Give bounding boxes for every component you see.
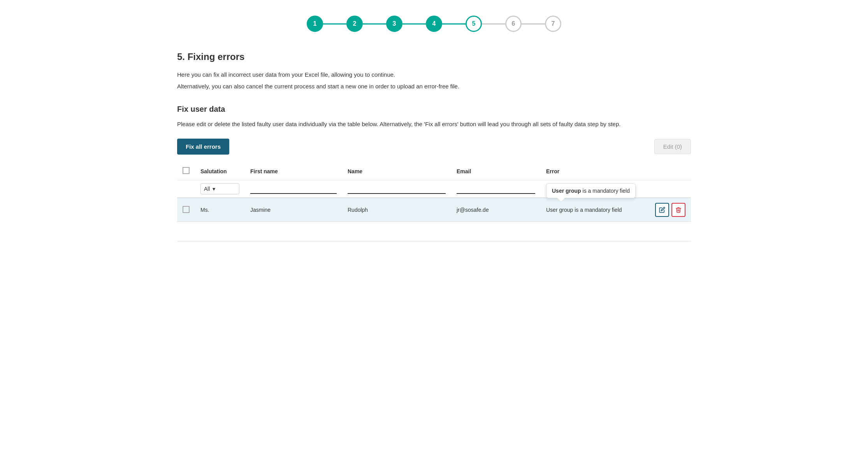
step-1: 1 bbox=[307, 16, 323, 32]
salutation-filter-cell: All ▾ bbox=[195, 180, 245, 198]
step-3: 3 bbox=[386, 16, 402, 32]
description-2: Alternatively, you can also cancel the c… bbox=[177, 82, 691, 91]
salutation-filter-select[interactable]: All ▾ bbox=[200, 183, 239, 194]
tooltip-bold-text: User group bbox=[552, 188, 581, 194]
email-header: Email bbox=[451, 162, 541, 180]
stepper: 1 2 3 4 5 6 7 bbox=[177, 12, 691, 32]
data-table: Salutation First name Name Email Error A… bbox=[177, 162, 691, 241]
edit-row-button[interactable] bbox=[655, 203, 669, 217]
firstname-header: First name bbox=[245, 162, 342, 180]
section-title: Fix user data bbox=[177, 105, 691, 114]
error-filter-cell: User group is a mandatory field bbox=[541, 180, 650, 198]
filter-row: All ▾ User group is a m bbox=[177, 180, 691, 198]
fix-all-errors-button[interactable]: Fix all errors bbox=[177, 139, 229, 155]
email-filter-input[interactable] bbox=[457, 184, 535, 194]
step-line-4-5 bbox=[442, 23, 466, 25]
row-checkbox[interactable] bbox=[183, 206, 190, 213]
row-firstname: Jasmine bbox=[245, 198, 342, 222]
salutation-header: Salutation bbox=[195, 162, 245, 180]
empty-cell bbox=[177, 222, 691, 241]
step-line-5-6 bbox=[482, 23, 505, 25]
page-title: 5. Fixing errors bbox=[177, 51, 691, 62]
select-all-header bbox=[177, 162, 195, 180]
row-name: Rudolph bbox=[342, 198, 451, 222]
trash-icon bbox=[675, 207, 682, 213]
step-7: 7 bbox=[545, 16, 561, 32]
email-filter-cell bbox=[451, 180, 541, 198]
name-header: Name bbox=[342, 162, 451, 180]
name-filter-input[interactable] bbox=[348, 184, 446, 194]
step-line-2-3 bbox=[363, 23, 386, 25]
row-salutation: Ms. bbox=[195, 198, 245, 222]
select-all-checkbox[interactable] bbox=[183, 167, 190, 174]
buttons-row: Fix all errors Edit (0) bbox=[177, 139, 691, 155]
salutation-filter-value: All bbox=[204, 186, 210, 192]
edit-button[interactable]: Edit (0) bbox=[654, 139, 691, 154]
error-header: Error bbox=[541, 162, 650, 180]
name-filter-cell bbox=[342, 180, 451, 198]
dropdown-icon: ▾ bbox=[213, 186, 215, 192]
step-line-3-4 bbox=[402, 23, 426, 25]
firstname-filter-input[interactable] bbox=[250, 184, 337, 194]
actions-filter-cell bbox=[650, 180, 691, 198]
pencil-icon bbox=[659, 207, 665, 213]
tooltip-box: User group is a mandatory field bbox=[546, 183, 636, 198]
row-actions bbox=[650, 198, 691, 222]
tooltip-rest-text: is a mandatory field bbox=[581, 188, 630, 194]
description-1: Here you can fix all incorrect user data… bbox=[177, 70, 691, 79]
row-checkbox-cell bbox=[177, 198, 195, 222]
fix-description: Please edit or delete the listed faulty … bbox=[177, 120, 691, 129]
row-email: jr@sosafe.de bbox=[451, 198, 541, 222]
delete-row-button[interactable] bbox=[671, 203, 685, 217]
step-line-1-2 bbox=[323, 23, 346, 25]
table-row: Ms. Jasmine Rudolph jr@sosafe.de User gr… bbox=[177, 198, 691, 222]
step-2: 2 bbox=[346, 16, 363, 32]
firstname-filter-cell bbox=[245, 180, 342, 198]
row-error: User group is a mandatory field bbox=[541, 198, 650, 222]
step-4: 4 bbox=[426, 16, 442, 32]
empty-row bbox=[177, 222, 691, 241]
page-container: 1 2 3 4 5 6 7 5. Fixing errors Here you … bbox=[162, 0, 706, 253]
table-header-row: Salutation First name Name Email Error bbox=[177, 162, 691, 180]
filter-checkbox-cell bbox=[177, 180, 195, 198]
step-5: 5 bbox=[466, 16, 482, 32]
step-6: 6 bbox=[505, 16, 522, 32]
step-line-6-7 bbox=[522, 23, 545, 25]
action-buttons bbox=[655, 203, 685, 217]
actions-header bbox=[650, 162, 691, 180]
